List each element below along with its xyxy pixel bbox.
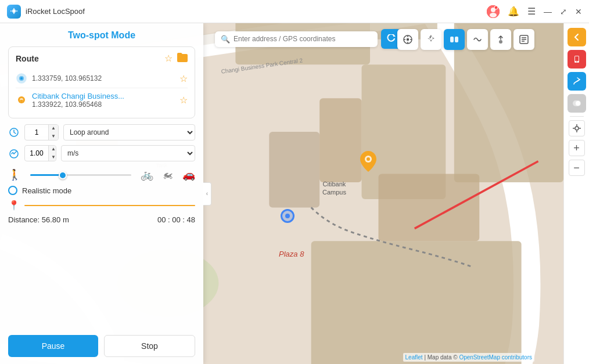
distance-line xyxy=(24,205,195,206)
attribution: Leaflet | Map data © OpenStreetMap contr… xyxy=(403,353,534,362)
svg-point-47 xyxy=(20,77,23,80)
svg-point-27 xyxy=(407,39,409,41)
back-button[interactable] xyxy=(568,28,586,46)
right-sidebar-separator xyxy=(570,116,584,117)
collapse-button[interactable]: ‹ xyxy=(203,182,211,206)
times-input[interactable]: 1 ▲ ▼ xyxy=(24,124,59,140)
speed-unit-select[interactable]: m/s km/h mph xyxy=(61,145,195,161)
svg-point-4 xyxy=(494,6,498,9)
app-icon xyxy=(7,5,21,19)
history-mode-button[interactable] xyxy=(513,29,534,50)
svg-rect-28 xyxy=(450,37,454,42)
walk-icon[interactable]: 🚶 xyxy=(8,168,21,181)
mode-buttons xyxy=(397,29,534,50)
favorite-icon[interactable]: ☆ xyxy=(164,53,173,64)
svg-point-37 xyxy=(576,62,577,63)
bell-icon[interactable]: 🔔 xyxy=(508,6,519,17)
search-bar[interactable]: 🔍 xyxy=(215,31,378,47)
distance-icon: 📍 xyxy=(8,200,20,211)
distance-row: 📍 xyxy=(8,197,195,213)
speed-spinners: ▲ ▼ xyxy=(48,145,56,161)
times-spinners: ▲ ▼ xyxy=(48,124,58,140)
app-title: iRocket LocSpoof xyxy=(26,7,487,16)
point2-name: Citibank Changi Business... xyxy=(32,92,175,100)
realistic-mode-row: Realistic mode xyxy=(8,183,195,197)
speed-value[interactable]: 1.00 xyxy=(25,149,48,157)
route-card: Route ☆ xyxy=(8,46,195,118)
svg-rect-12 xyxy=(311,241,522,364)
svg-point-30 xyxy=(499,40,502,44)
svg-point-40 xyxy=(575,127,579,130)
avatar[interactable] xyxy=(487,5,500,18)
times-value[interactable]: 1 xyxy=(25,128,48,136)
clock-icon xyxy=(8,127,20,138)
point1-coords: 1.333759, 103.965132 xyxy=(32,74,102,82)
svg-rect-29 xyxy=(455,37,458,42)
route-point-1: 1.333759, 103.965132 ☆ xyxy=(16,69,188,88)
transport-slider-thumb xyxy=(59,171,67,179)
action-buttons: Pause Stop xyxy=(8,335,195,357)
jump-mode-button[interactable] xyxy=(490,29,511,50)
svg-marker-21 xyxy=(393,34,396,37)
loop-mode-select[interactable]: Loop around Back and forth One way xyxy=(63,124,195,140)
times-control-row: 1 ▲ ▼ Loop around Back and forth One way xyxy=(8,124,195,140)
map-data-text: | Map data © xyxy=(424,354,457,361)
route-point-2: Citibank Changi Business... 1.333922, 10… xyxy=(16,88,188,112)
motorcycle-icon[interactable]: 🏍 xyxy=(163,169,173,181)
title-actions: 🔔 ☰ — ⤢ ✕ xyxy=(487,5,582,18)
pause-button[interactable]: Pause xyxy=(8,335,98,357)
route-header-icons: ☆ xyxy=(164,53,188,64)
zoom-out-button[interactable]: − xyxy=(569,160,585,176)
transport-slider[interactable] xyxy=(30,174,131,176)
svg-point-39 xyxy=(576,101,580,106)
speed-decrement[interactable]: ▼ xyxy=(49,153,56,161)
times-decrement[interactable]: ▼ xyxy=(49,132,58,140)
route-header: Route ☆ xyxy=(16,53,188,64)
point1-favorite[interactable]: ☆ xyxy=(179,73,188,84)
location-center-button[interactable] xyxy=(569,120,585,136)
svg-point-0 xyxy=(12,9,16,13)
osm-text[interactable]: OpenStreetMap contributors xyxy=(459,354,532,361)
point2-info: Citibank Changi Business... 1.333922, 10… xyxy=(32,92,175,109)
point2-icon xyxy=(16,95,27,106)
close-button[interactable]: ✕ xyxy=(575,7,582,16)
search-icon: 🔍 xyxy=(221,35,230,44)
speed-control-row: 1.00 ▲ ▼ m/s km/h mph xyxy=(8,145,195,161)
fullscreen-button[interactable]: ⤢ xyxy=(560,7,567,16)
point2-coords: 1.333922, 103.965468 xyxy=(32,100,175,109)
left-panel: ‹ Two-spot Mode Route ☆ xyxy=(0,23,203,364)
minimize-button[interactable]: — xyxy=(544,7,552,16)
point1-icon xyxy=(16,73,27,84)
speed-increment[interactable]: ▲ xyxy=(49,145,56,153)
two-spot-mode-button[interactable] xyxy=(444,29,465,50)
point2-favorite[interactable]: ☆ xyxy=(179,95,188,106)
stats-row: Distance: 56.80 m 00 : 00 : 48 xyxy=(8,215,195,224)
multi-spot-mode-button[interactable] xyxy=(467,29,488,50)
move-mode-button[interactable] xyxy=(421,29,441,50)
leaflet-text[interactable]: Leaflet xyxy=(405,354,423,361)
toggle-button[interactable] xyxy=(568,94,586,113)
realistic-mode-label: Realistic mode xyxy=(22,186,71,195)
svg-rect-10 xyxy=(319,98,361,182)
folder-icon[interactable] xyxy=(177,53,188,64)
distance-value: Distance: 56.80 m xyxy=(8,215,69,224)
zoom-in-button[interactable]: + xyxy=(569,140,585,156)
speed-icon xyxy=(8,147,20,159)
svg-rect-36 xyxy=(575,56,579,61)
realistic-mode-toggle[interactable] xyxy=(8,186,17,195)
svg-rect-13 xyxy=(378,174,479,241)
transport-row: 🚶 🚲 🏍 🚗 xyxy=(8,166,195,183)
stop-button[interactable]: Stop xyxy=(104,335,195,357)
search-input[interactable] xyxy=(234,35,350,43)
panel-title: Two-spot Mode xyxy=(8,30,195,41)
bicycle-icon[interactable]: 🚲 xyxy=(141,168,153,181)
titlebar: iRocket LocSpoof 🔔 ☰ — ⤢ ✕ xyxy=(0,0,589,23)
speed-input[interactable]: 1.00 ▲ ▼ xyxy=(24,145,56,161)
phone-button[interactable] xyxy=(568,50,586,69)
right-sidebar: + − xyxy=(563,23,589,364)
menu-icon[interactable]: ☰ xyxy=(527,6,536,17)
compass-mode-button[interactable] xyxy=(397,29,418,50)
share-button[interactable] xyxy=(568,72,586,91)
times-increment[interactable]: ▲ xyxy=(49,124,58,132)
car-icon[interactable]: 🚗 xyxy=(182,168,195,181)
